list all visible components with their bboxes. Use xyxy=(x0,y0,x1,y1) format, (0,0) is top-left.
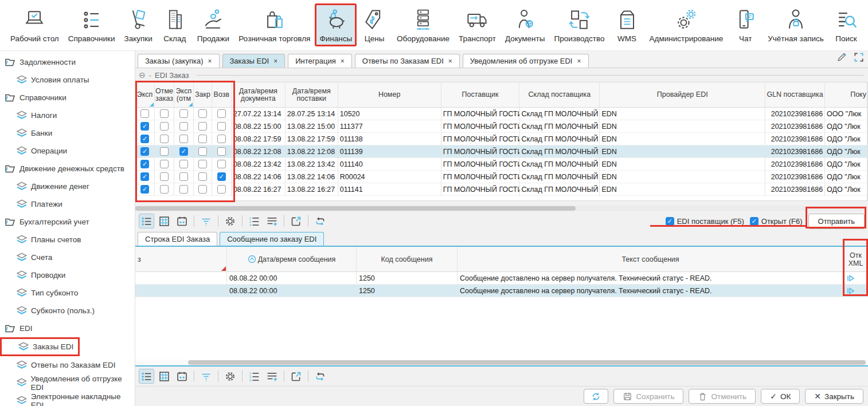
sidebar-item-12[interactable]: Счета xyxy=(0,249,135,266)
orders-col-header[interactable]: Поку xyxy=(825,82,867,108)
view-list-icon[interactable] xyxy=(139,214,154,228)
open-window-icon[interactable] xyxy=(288,369,304,384)
messages-col-header-datetime[interactable]: Дата/время сообщения xyxy=(227,247,357,272)
open-xml-icon[interactable] xyxy=(846,286,855,295)
send-button[interactable]: Отправить xyxy=(808,214,865,229)
orders-col-header[interactable]: Дата/время документа xyxy=(232,82,286,108)
order-flag-checkbox[interactable]: ✓ xyxy=(140,172,149,181)
order-row[interactable]: ✓08.08.22 15:0013.08.22 15:00111377ГП МО… xyxy=(135,120,867,133)
order-flag-checkbox[interactable] xyxy=(217,122,226,131)
sidebar-item-9[interactable]: Платежи xyxy=(0,195,135,213)
order-flag-checkbox[interactable]: ✓ xyxy=(179,147,188,156)
save-button[interactable]: Сохранить xyxy=(613,389,683,404)
nav-item-2[interactable]: Справочники xyxy=(64,3,120,46)
order-flag-checkbox[interactable] xyxy=(217,185,226,194)
sidebar-item-16[interactable]: EDI xyxy=(0,320,135,337)
sidebar-item-1[interactable]: Задолженности xyxy=(0,53,135,71)
sidebar-item-13[interactable]: Проводки xyxy=(0,266,135,284)
messages-horizontal-scrollbar[interactable] xyxy=(135,360,868,365)
order-flag-checkbox[interactable] xyxy=(198,160,207,168)
order-flag-checkbox[interactable] xyxy=(140,109,149,118)
filter-icon[interactable] xyxy=(198,214,214,228)
order-flag-checkbox[interactable] xyxy=(217,147,226,156)
view-calendar-icon[interactable] xyxy=(174,214,190,228)
nav-item-15[interactable]: Чат xyxy=(728,3,763,46)
tab-close-icon[interactable]: × xyxy=(577,57,581,65)
order-flag-checkbox[interactable]: ✓ xyxy=(140,147,149,156)
order-row[interactable]: 27.07.22 13:1428.07.25 13:1410520ГП МОЛО… xyxy=(135,108,867,120)
order-flag-checkbox[interactable] xyxy=(179,160,188,168)
nav-item-11[interactable]: Документы xyxy=(501,3,550,46)
nav-item-16[interactable]: Учётная запись xyxy=(763,3,828,46)
order-flag-checkbox[interactable] xyxy=(217,135,226,143)
tab-3[interactable]: Интеграция × xyxy=(288,54,352,68)
view-grid-icon[interactable] xyxy=(157,369,172,384)
nav-item-14[interactable]: Администрирование xyxy=(645,3,728,46)
orders-col-header[interactable]: Отме заказ xyxy=(155,82,174,108)
order-flag-checkbox[interactable] xyxy=(198,135,207,143)
nav-item-3[interactable]: Закупки xyxy=(120,3,157,46)
orders-col-header[interactable]: Эксп xyxy=(135,82,155,108)
sidebar-item-19[interactable]: Уведомления об отгрузке EDI xyxy=(0,374,135,392)
order-flag-checkbox[interactable] xyxy=(217,109,226,118)
collapse-icon[interactable]: ⊖ xyxy=(139,70,146,80)
add-row-icon[interactable] xyxy=(264,369,280,384)
orders-col-header[interactable]: Склад поставщика xyxy=(519,82,600,108)
sidebar-item-20[interactable]: Электронные накладные EDI xyxy=(0,392,135,406)
order-flag-checkbox[interactable] xyxy=(217,160,226,168)
open-checkbox-box[interactable]: ✓ xyxy=(750,217,758,226)
orders-col-header[interactable]: Номер xyxy=(338,82,441,108)
nav-item-18[interactable]: BI xyxy=(864,3,868,46)
order-flag-checkbox[interactable] xyxy=(179,172,188,181)
message-row[interactable]: 08.08.22 00:001250Сообщение доставлено н… xyxy=(135,285,868,297)
sidebar-item-6[interactable]: Операции xyxy=(0,142,135,160)
tab-close-icon[interactable]: × xyxy=(208,57,212,65)
order-flag-checkbox[interactable] xyxy=(160,172,169,181)
ok-button[interactable]: ✓ОК xyxy=(761,389,800,404)
nav-item-12[interactable]: Производство xyxy=(549,3,609,46)
nav-item-5[interactable]: Продажи xyxy=(193,3,234,46)
sidebar-item-11[interactable]: Планы счетов xyxy=(0,231,135,249)
orders-col-header[interactable]: Эксп (отм xyxy=(174,82,194,108)
settings-gear-icon[interactable] xyxy=(222,214,238,228)
sidebar-item-15[interactable]: Субконто (польз.) xyxy=(0,302,135,320)
view-calendar-icon[interactable] xyxy=(174,369,190,384)
sidebar-item-10[interactable]: Бухгалтерский учет xyxy=(0,213,135,231)
order-flag-checkbox[interactable] xyxy=(179,122,188,131)
orders-col-header[interactable]: GLN поставщика xyxy=(765,82,825,108)
orders-col-header[interactable]: Возв xyxy=(212,82,232,108)
detail-tab-1[interactable]: Строка EDI Заказа xyxy=(138,232,217,246)
messages-col-header-xml[interactable]: Отк XML xyxy=(844,247,868,272)
order-flag-checkbox[interactable] xyxy=(198,147,207,156)
edit-pencil-icon[interactable] xyxy=(836,52,847,65)
tab-close-icon[interactable]: × xyxy=(341,57,345,65)
tab-4[interactable]: Ответы по Заказам EDI × xyxy=(355,54,460,68)
reload-icon[interactable] xyxy=(312,369,328,384)
open-window-icon[interactable] xyxy=(288,214,304,228)
order-flag-checkbox[interactable] xyxy=(160,147,169,156)
reload-icon[interactable] xyxy=(312,214,328,228)
numbered-list-icon[interactable]: 123 xyxy=(247,369,262,384)
detail-tab-2[interactable]: Сообщение по заказу EDI xyxy=(220,232,324,246)
nav-item-17[interactable]: Поиск xyxy=(828,3,864,46)
settings-gear-icon[interactable] xyxy=(222,369,238,384)
order-flag-checkbox[interactable] xyxy=(160,122,169,131)
order-flag-checkbox[interactable] xyxy=(198,172,207,181)
filter-icon[interactable] xyxy=(198,369,214,384)
message-row[interactable]: 08.08.22 00:001250Сообщение доставлено н… xyxy=(135,272,868,285)
nav-item-4[interactable]: Склад xyxy=(157,3,193,46)
orders-horizontal-scrollbar[interactable] xyxy=(135,206,868,211)
orders-col-header[interactable]: Закр xyxy=(194,82,212,108)
order-flag-checkbox[interactable] xyxy=(160,109,169,118)
order-row[interactable]: ✓08.08.22 13:4213.08.22 13:42011140ГП МО… xyxy=(135,158,867,171)
orders-col-header[interactable]: Дата/время поставки xyxy=(286,82,338,108)
order-flag-checkbox[interactable] xyxy=(179,185,188,194)
tab-close-icon[interactable]: × xyxy=(448,57,452,65)
sort-up-icon[interactable] xyxy=(248,255,256,263)
tab-2[interactable]: Заказы EDI × xyxy=(222,54,286,68)
order-flag-checkbox[interactable]: ✓ xyxy=(217,172,226,181)
messages-col-header-code[interactable]: Код сообщения xyxy=(357,247,458,272)
order-flag-checkbox[interactable] xyxy=(160,160,169,168)
order-row[interactable]: ✓08.08.22 17:5913.08.22 17:59011138ГП МО… xyxy=(135,133,867,145)
nav-item-9[interactable]: Оборудование xyxy=(392,3,454,46)
